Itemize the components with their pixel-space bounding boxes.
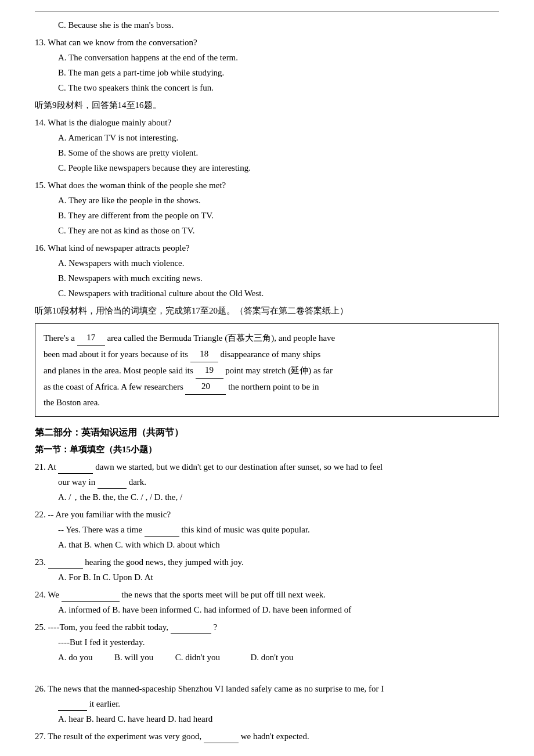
q24-block: 24. We the news that the sports meet wil… <box>35 588 499 617</box>
q22-sub: -- Yes. There was a time <box>58 525 142 534</box>
blank-20: 20 <box>185 379 226 395</box>
box-line2-text: been mad about it for years because of i… <box>44 350 188 359</box>
q25-opt-a: A. do you <box>58 653 93 662</box>
q24-label: 24. We <box>35 590 59 599</box>
q26-line2-mid: it earlier. <box>89 699 120 708</box>
q15-c-option: C. They are not as kind as those on TV. <box>35 224 499 237</box>
q21-line2-pre: our way in <box>58 477 95 487</box>
q26-blank <box>58 710 87 711</box>
q25-opt-c: C. didn't you <box>175 653 220 662</box>
box-line5: the Boston area. <box>44 395 490 411</box>
q13-block: 13. What can we know from the conversati… <box>35 35 499 95</box>
box-line4-pre: as the coast of Africa. A few researcher… <box>44 382 183 391</box>
q21-line2-mid: dark. <box>129 477 146 487</box>
q27-mid: we hadn't expected. <box>241 732 309 741</box>
fill-in-box: There's a 17 area called the Bermuda Tri… <box>35 323 499 417</box>
q14-label: 14. What is the dialogue mainly about? <box>35 116 499 129</box>
q27-label: 27. The result of the experiment was ver… <box>35 732 201 741</box>
q27-block: 27. The result of the experiment was ver… <box>35 729 499 743</box>
q25-sub: ----But I fed it yesterday. <box>35 635 499 649</box>
q23-label: 23. <box>35 557 46 567</box>
section9-header: 听第9段材料，回答第14至16题。 <box>35 98 499 112</box>
q16-a-option: A. Newspapers with much violence. <box>35 256 499 270</box>
q15-label: 15. What does the woman think of the peo… <box>35 178 499 192</box>
q14-c-option: C. People like newspapers because they a… <box>35 161 499 175</box>
q21-options: A. /，the B. the, the C. / , / D. the, / <box>35 490 499 504</box>
section1-header: 第一节：单项填空（共15小题） <box>35 442 499 456</box>
q21-block: 21. At dawn we started, but we didn't ge… <box>35 460 499 504</box>
q13-label: 13. What can we know from the conversati… <box>35 35 499 49</box>
q16-c-option: C. Newspapers with traditional culture a… <box>35 286 499 300</box>
q25-blank <box>171 633 211 634</box>
q26-label: 26. The news that the manned-spaceship S… <box>35 682 499 696</box>
box-line3-mid: point may stretch (延伸) as far <box>225 366 333 375</box>
q25-block: 25. ----Tom, you feed the rabbit today, … <box>35 620 499 664</box>
q25-opt-d: D. don't you <box>250 653 293 662</box>
box-line2-mid: disappearance of many ships <box>221 350 321 359</box>
q13-c-block: C. Because she is the man's boss. <box>35 18 499 32</box>
q13-b-option: B. The man gets a part-time job while st… <box>35 66 499 80</box>
q24-options: A. informed of B. have been informed C. … <box>35 603 499 617</box>
box-line3: and planes in the area. Most people said… <box>44 362 490 379</box>
q22-block: 22. -- Are you familiar with the music? … <box>35 507 499 552</box>
q22-sub-mid: this kind of music was quite popular. <box>182 525 310 534</box>
q23-options: A. For B. In C. Upon D. At <box>35 570 499 584</box>
box-line1-pre: There's a <box>44 333 75 343</box>
q23-blank <box>48 568 83 569</box>
q21-blank1 <box>58 473 93 474</box>
q14-b-option: B. Some of the shows are pretty violent. <box>35 146 499 160</box>
q16-label: 16. What kind of newspaper attracts peop… <box>35 241 499 255</box>
box-line4-mid: the northern point to be in <box>228 382 319 391</box>
box-line2: been mad about it for years because of i… <box>44 346 490 362</box>
box-line1: There's a 17 area called the Bermuda Tri… <box>44 330 490 346</box>
blank-17: 17 <box>77 330 105 346</box>
q21-line1: 21. At dawn we started, but we didn't ge… <box>35 460 499 474</box>
q27-blank <box>204 743 239 743</box>
q27-line: 27. The result of the experiment was ver… <box>35 729 499 743</box>
q26-options: A. hear B. heard C. have heard D. had he… <box>35 712 499 726</box>
q25-line: 25. ----Tom, you feed the rabbit today, … <box>35 620 499 634</box>
section10-header: 听第10段材料，用恰当的词填空，完成第17至20题。（答案写在第二卷答案纸上） <box>35 304 499 318</box>
q13-a-option: A. The conversation happens at the end o… <box>35 51 499 64</box>
q21-mid: dawn we started, but we didn't get to ou… <box>95 462 383 471</box>
q25-options-line: A. do you B. will you C. didn't you D. d… <box>35 650 499 664</box>
box-line3-pre: and planes in the area. Most people said… <box>44 366 193 375</box>
q22-blank <box>145 536 179 537</box>
blank-19: 19 <box>196 362 223 379</box>
q26-block: 26. The news that the manned-spaceship S… <box>35 682 499 726</box>
q26-line2: it earlier. <box>35 697 499 711</box>
q15-a-option: A. They are like the people in the shows… <box>35 193 499 207</box>
q14-block: 14. What is the dialogue mainly about? A… <box>35 116 499 175</box>
q21-label: 21. At <box>35 462 56 471</box>
q14-a-option: A. American TV is not interesting. <box>35 131 499 145</box>
section9-header-block: 听第9段材料，回答第14至16题。 <box>35 98 499 112</box>
q21-blank2 <box>98 488 127 489</box>
box-line1-mid: area called the Bermuda Triangle (百慕大三角)… <box>107 333 335 343</box>
q23-block: 23. hearing the good news, they jumped w… <box>35 555 499 584</box>
q25-label: 25. ----Tom, you feed the rabbit today, <box>35 622 168 632</box>
q21-line2: our way in dark. <box>35 475 499 489</box>
top-divider <box>35 12 499 12</box>
blank-18: 18 <box>190 346 218 362</box>
q13-c-option: C. Because she is the man's boss. <box>35 18 499 32</box>
q15-block: 15. What does the woman think of the peo… <box>35 178 499 237</box>
section10-header-block: 听第10段材料，用恰当的词填空，完成第17至20题。（答案写在第二卷答案纸上） <box>35 304 499 318</box>
q16-block: 16. What kind of newspaper attracts peop… <box>35 241 499 300</box>
q24-mid: the news that the sports meet will be pu… <box>121 590 326 599</box>
part2-header: 第二部分：英语知识运用（共两节） <box>35 425 499 440</box>
q23-line: 23. hearing the good news, they jumped w… <box>35 555 499 569</box>
q22-sub-line: -- Yes. There was a time this kind of mu… <box>35 523 499 537</box>
q22-label: 22. -- Are you familiar with the music? <box>35 507 499 521</box>
q25-mid: ? <box>214 622 218 632</box>
q24-line: 24. We the news that the sports meet wil… <box>35 588 499 602</box>
q15-b-option: B. They are different from the people on… <box>35 208 499 222</box>
box-line4: as the coast of Africa. A few researcher… <box>44 379 490 395</box>
q22-options: A. that B. when C. with which D. about w… <box>35 538 499 552</box>
q16-b-option: B. Newspapers with much exciting news. <box>35 271 499 285</box>
q24-blank <box>62 601 120 602</box>
q13-c2-option: C. The two speakers think the concert is… <box>35 81 499 95</box>
q23-mid: hearing the good news, they jumped with … <box>85 557 244 567</box>
q25-opt-b: B. will you <box>114 653 153 662</box>
